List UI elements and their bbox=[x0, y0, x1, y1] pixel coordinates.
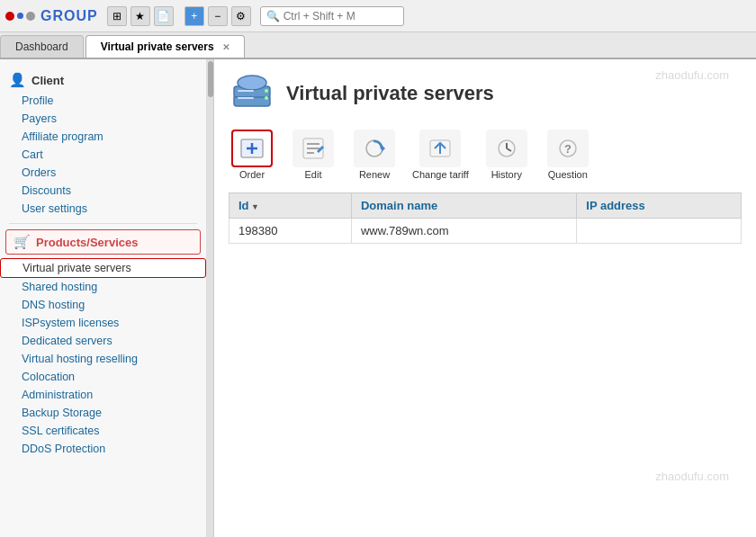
data-table: Id Domain name IP address 198380 www.789… bbox=[229, 192, 742, 244]
dot-red-2 bbox=[26, 12, 35, 21]
order-icon bbox=[238, 134, 266, 163]
sidebar-item-ddos[interactable]: DDoS Protection bbox=[0, 440, 206, 458]
question-icon-wrap: ? bbox=[547, 130, 589, 167]
sidebar-item-vhr[interactable]: Virtual hosting reselling bbox=[0, 350, 206, 368]
sidebar-item-orders[interactable]: Orders bbox=[0, 164, 206, 182]
sidebar-item-ssl[interactable]: SSL certificates bbox=[0, 422, 206, 440]
vps-server-icon bbox=[229, 70, 275, 117]
tab-close-vps[interactable]: ✕ bbox=[222, 42, 230, 52]
tab-bar: Dashboard Virtual private servers ✕ bbox=[0, 32, 756, 59]
cell-id: 198380 bbox=[230, 219, 352, 244]
table-row[interactable]: 198380 www.789wn.com bbox=[230, 219, 742, 244]
col-ip[interactable]: IP address bbox=[577, 193, 742, 219]
svg-point-4 bbox=[265, 89, 268, 93]
renew-label: Renew bbox=[359, 169, 390, 180]
page-icon bbox=[229, 70, 275, 117]
add-icon[interactable]: + bbox=[184, 6, 204, 26]
dot-blue bbox=[17, 13, 23, 19]
edit-icon bbox=[301, 136, 326, 161]
tab-vps[interactable]: Virtual private servers ✕ bbox=[86, 35, 245, 58]
sidebar-item-dedicated-servers[interactable]: Dedicated servers bbox=[0, 332, 206, 350]
change-tariff-button[interactable]: Change tariff bbox=[412, 130, 469, 180]
page-title: Virtual private servers bbox=[286, 82, 494, 105]
sidebar-item-payers[interactable]: Payers bbox=[0, 110, 206, 128]
renew-button[interactable]: Renew bbox=[351, 130, 398, 180]
logo-icon bbox=[5, 12, 35, 21]
sidebar-client-header: 👤 Client bbox=[0, 67, 206, 92]
change-tariff-icon-wrap bbox=[419, 130, 461, 167]
doc-icon[interactable]: 📄 bbox=[154, 6, 174, 26]
sidebar-item-affiliate[interactable]: Affiliate program bbox=[0, 128, 206, 146]
sidebar-divider bbox=[9, 223, 197, 224]
main-layout: 👤 Client Profile Payers Affiliate progra… bbox=[0, 59, 756, 537]
question-button[interactable]: ? Question bbox=[544, 130, 591, 180]
svg-point-3 bbox=[265, 96, 268, 100]
dot-red-1 bbox=[5, 12, 14, 21]
sidebar-item-discounts[interactable]: Discounts bbox=[0, 182, 206, 200]
edit-icon-wrap bbox=[292, 130, 334, 167]
top-bar: GROUP ⊞ ★ 📄 + − ⚙ 🔍 bbox=[0, 0, 756, 32]
col-id[interactable]: Id bbox=[230, 193, 352, 219]
settings-icon[interactable]: ⚙ bbox=[231, 6, 251, 26]
renew-icon bbox=[362, 136, 387, 161]
edit-label: Edit bbox=[305, 169, 322, 180]
action-toolbar: Order Edit bbox=[229, 130, 742, 180]
history-icon bbox=[494, 136, 519, 161]
sidebar-item-backup-storage[interactable]: Backup Storage bbox=[0, 404, 206, 422]
change-tariff-label: Change tariff bbox=[412, 169, 469, 180]
order-label: Order bbox=[239, 169, 265, 180]
table-body: 198380 www.789wn.com bbox=[230, 219, 742, 244]
star-icon[interactable]: ★ bbox=[130, 6, 150, 26]
svg-marker-16 bbox=[382, 145, 385, 152]
table-header: Id Domain name IP address bbox=[230, 193, 742, 219]
cell-ip bbox=[577, 219, 742, 244]
history-button[interactable]: History bbox=[483, 130, 530, 180]
page-header: Virtual private servers bbox=[229, 70, 742, 117]
history-label: History bbox=[491, 169, 522, 180]
sidebar-item-isp-licenses[interactable]: ISPsystem licenses bbox=[0, 314, 206, 332]
sidebar-item-profile[interactable]: Profile bbox=[0, 92, 206, 110]
cell-domain: www.789wn.com bbox=[351, 219, 576, 244]
col-domain[interactable]: Domain name bbox=[351, 193, 576, 219]
sidebar-item-cart[interactable]: Cart bbox=[0, 146, 206, 164]
edit-button[interactable]: Edit bbox=[290, 130, 337, 180]
svg-point-2 bbox=[238, 76, 266, 90]
history-icon-wrap bbox=[486, 130, 527, 167]
question-icon: ? bbox=[555, 136, 580, 161]
search-box[interactable]: 🔍 bbox=[260, 6, 404, 26]
sidebar-item-dns-hosting[interactable]: DNS hosting bbox=[0, 296, 206, 314]
svg-text:?: ? bbox=[564, 142, 572, 156]
logo-area: GROUP bbox=[5, 8, 98, 24]
content-area: zhaodufu.com Virtual private servers bbox=[214, 59, 756, 537]
sidebar-item-vps[interactable]: Virtual private servers bbox=[0, 258, 206, 278]
sidebar-item-colocation[interactable]: Colocation bbox=[0, 368, 206, 386]
tab-dashboard[interactable]: Dashboard bbox=[0, 35, 84, 58]
grid-icon[interactable]: ⊞ bbox=[107, 6, 127, 26]
client-icon: 👤 bbox=[9, 72, 26, 88]
logo-text: GROUP bbox=[40, 8, 98, 24]
sidebar-item-user-settings[interactable]: User settings bbox=[0, 200, 206, 218]
sidebar: 👤 Client Profile Payers Affiliate progra… bbox=[0, 59, 207, 537]
toolbar-icons: ⊞ ★ 📄 + − ⚙ bbox=[107, 6, 251, 26]
renew-icon-wrap bbox=[354, 130, 395, 167]
svg-rect-6 bbox=[238, 90, 254, 92]
sidebar-products-header: 🛒 Products/Services bbox=[5, 229, 201, 255]
order-button[interactable]: Order bbox=[229, 130, 275, 180]
cart-icon: 🛒 bbox=[14, 234, 31, 250]
change-tariff-icon bbox=[428, 136, 453, 161]
svg-rect-5 bbox=[238, 97, 254, 99]
order-icon-wrap bbox=[231, 130, 273, 167]
sidebar-scrollbar[interactable] bbox=[207, 59, 214, 537]
search-input[interactable] bbox=[284, 10, 398, 22]
search-icon: 🔍 bbox=[266, 10, 280, 22]
sidebar-item-administration[interactable]: Administration bbox=[0, 386, 206, 404]
minus-icon[interactable]: − bbox=[208, 6, 228, 26]
watermark-2: zhaodufu.com bbox=[655, 470, 729, 483]
question-label: Question bbox=[548, 169, 588, 180]
sidebar-item-shared-hosting[interactable]: Shared hosting bbox=[0, 278, 206, 296]
